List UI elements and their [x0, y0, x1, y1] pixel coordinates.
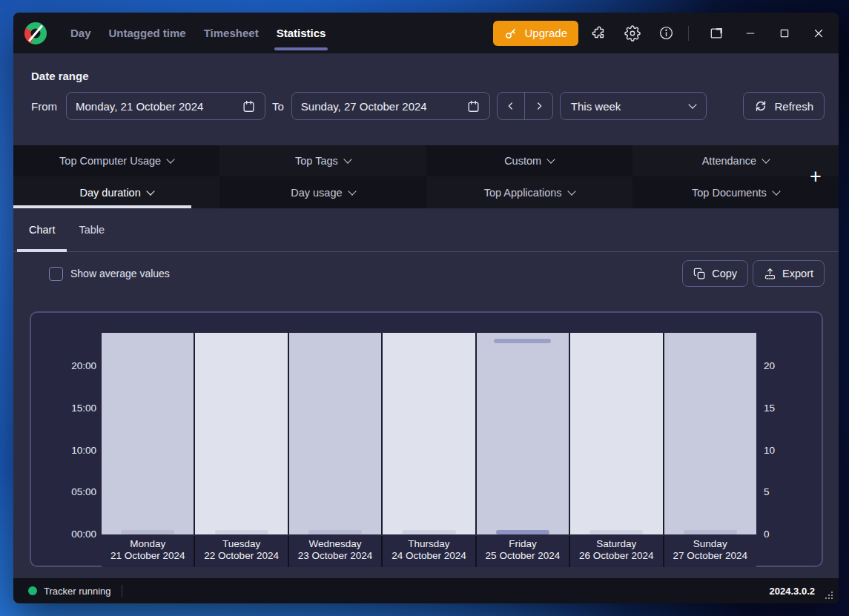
- preset-select[interactable]: This week: [560, 92, 707, 120]
- day-start-marker: [121, 530, 174, 534]
- day-column-thursday[interactable]: [383, 333, 475, 534]
- day-name: Friday: [509, 538, 537, 550]
- stat-tab-custom[interactable]: Custom: [426, 145, 632, 176]
- day-start-marker: [684, 530, 737, 534]
- preset-value: This week: [571, 100, 621, 113]
- y-axis-tick-left: 15:00: [31, 402, 96, 415]
- close-icon[interactable]: [806, 21, 831, 46]
- day-label-saturday: Saturday26 October 2024: [570, 536, 662, 567]
- stat-tab-top-tags[interactable]: Top Tags: [219, 145, 426, 176]
- stat-tab-label: Top Computer Usage: [59, 155, 161, 167]
- maximize-icon[interactable]: [772, 21, 797, 46]
- stat-tab-day-usage[interactable]: Day usage: [219, 176, 426, 208]
- info-icon[interactable]: [653, 21, 678, 46]
- chevron-down-icon: [146, 187, 154, 195]
- day-label-wednesday: Wednesday23 October 2024: [289, 536, 381, 567]
- chart-panel: Monday21 October 2024Tuesday22 October 2…: [30, 311, 823, 567]
- show-average-checkbox[interactable]: [49, 267, 63, 281]
- stat-tab-label: Top Tags: [295, 155, 338, 167]
- copy-icon: [693, 268, 706, 280]
- stat-tab-top-computer-usage[interactable]: Top Computer Usage: [13, 145, 219, 176]
- upgrade-button[interactable]: Upgrade: [493, 21, 578, 46]
- titlebar: DayUntagged timeTimesheetStatistics Upgr…: [13, 13, 839, 53]
- dock-icon[interactable]: [704, 21, 729, 46]
- chart-toolbar: Show average values Copy Export: [13, 252, 839, 295]
- from-date-input[interactable]: Monday, 21 October 2024: [66, 92, 265, 120]
- day-duration-plot: [102, 333, 756, 534]
- y-axis-tick-left: 00:00: [31, 528, 96, 541]
- date-range-row: From Monday, 21 October 2024 To Sunday, …: [31, 92, 825, 120]
- chevron-right-icon: [533, 100, 545, 112]
- key-icon: [504, 27, 518, 40]
- day-date: 27 October 2024: [673, 550, 747, 562]
- day-date: 24 October 2024: [392, 550, 466, 562]
- stat-tab-day-duration[interactable]: Day duration: [13, 176, 219, 208]
- day-column-tuesday[interactable]: [195, 333, 287, 534]
- day-column-monday[interactable]: [102, 333, 194, 534]
- view-tab-table[interactable]: Table: [67, 208, 116, 251]
- minimize-icon[interactable]: [738, 21, 763, 46]
- y-axis-tick-left: 20:00: [31, 360, 96, 373]
- chevron-down-icon: [762, 155, 770, 163]
- day-start-marker: [308, 530, 362, 534]
- stat-tab-label: Attendance: [702, 155, 756, 167]
- chevron-down-icon: [348, 187, 356, 195]
- stat-tab-label: Day duration: [80, 187, 141, 199]
- plugin-icon[interactable]: [587, 21, 612, 46]
- to-date-value: Sunday, 27 October 2024: [301, 100, 427, 113]
- day-start-marker: [402, 530, 455, 534]
- day-start-marker: [496, 530, 549, 534]
- next-period-button[interactable]: [525, 93, 552, 119]
- main-nav: DayUntagged timeTimesheetStatistics: [70, 13, 326, 53]
- date-range-section: Date range From Monday, 21 October 2024 …: [13, 53, 839, 145]
- chevron-down-icon: [688, 100, 696, 108]
- y-axis-tick-left: 05:00: [31, 486, 96, 499]
- copy-button[interactable]: Copy: [682, 260, 748, 287]
- y-axis-tick-right: 0: [764, 528, 796, 541]
- y-axis-tick-left: 10:00: [31, 444, 96, 457]
- day-column-wednesday[interactable]: [289, 333, 381, 534]
- calendar-icon[interactable]: [466, 99, 480, 113]
- day-name: Tuesday: [222, 538, 260, 550]
- chevron-down-icon: [546, 155, 555, 163]
- nav-tab-timesheet[interactable]: Timesheet: [204, 13, 259, 53]
- view-tab-chart[interactable]: Chart: [17, 208, 67, 251]
- view-tabs: ChartTable: [13, 208, 839, 252]
- statusbar: Tracker running 2024.3.0.2: [13, 578, 839, 603]
- tracker-status-dot: [28, 586, 37, 595]
- resize-grip-icon[interactable]: [824, 592, 833, 600]
- statusbar-divider: [122, 585, 122, 597]
- nav-tab-statistics[interactable]: Statistics: [277, 13, 326, 53]
- nav-tab-day[interactable]: Day: [70, 13, 91, 53]
- day-name: Thursday: [408, 538, 449, 550]
- nav-tab-untagged-time[interactable]: Untagged time: [109, 13, 186, 53]
- chart-region: Monday21 October 2024Tuesday22 October 2…: [13, 295, 839, 578]
- add-statistic-button[interactable]: +: [805, 166, 827, 188]
- calendar-icon[interactable]: [242, 99, 256, 113]
- refresh-label: Refresh: [774, 100, 813, 113]
- to-date-input[interactable]: Sunday, 27 October 2024: [291, 92, 490, 120]
- day-start-marker: [589, 530, 643, 534]
- refresh-button[interactable]: Refresh: [743, 92, 825, 120]
- chevron-down-icon: [166, 155, 174, 163]
- tracker-status-label: Tracker running: [44, 586, 111, 597]
- day-label-friday: Friday25 October 2024: [477, 536, 569, 567]
- date-range-title: Date range: [31, 70, 825, 82]
- day-date: 23 October 2024: [298, 550, 373, 562]
- x-axis-day-labels: Monday21 October 2024Tuesday22 October 2…: [102, 536, 756, 567]
- stat-tab-label: Day usage: [291, 187, 342, 199]
- gear-icon[interactable]: [620, 21, 645, 46]
- export-button[interactable]: Export: [753, 260, 825, 287]
- day-column-saturday[interactable]: [570, 333, 662, 534]
- upgrade-label: Upgrade: [524, 27, 567, 39]
- day-column-sunday[interactable]: [664, 333, 756, 534]
- stat-tab-top-applications[interactable]: Top Applications: [426, 176, 632, 208]
- day-column-friday[interactable]: [477, 333, 569, 534]
- chevron-down-icon: [772, 187, 780, 195]
- previous-period-button[interactable]: [498, 93, 526, 119]
- app-version: 2024.3.0.2: [770, 586, 815, 597]
- day-label-sunday: Sunday27 October 2024: [664, 536, 756, 567]
- show-average-label: Show average values: [70, 268, 170, 279]
- day-name: Monday: [130, 538, 165, 550]
- day-name: Wednesday: [309, 538, 362, 550]
